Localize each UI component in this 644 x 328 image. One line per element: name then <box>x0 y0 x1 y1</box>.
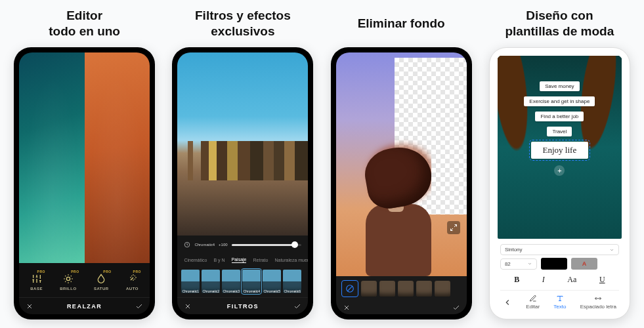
text-style-panel: Sintony 82 A B I Aa U <box>495 241 624 314</box>
droplet-icon <box>96 274 106 284</box>
close-icon[interactable] <box>343 304 351 312</box>
revert-icon[interactable] <box>184 241 190 248</box>
filter-thumb[interactable]: Chromatic3 <box>222 270 240 293</box>
svg-point-0 <box>66 277 70 280</box>
spacing-icon <box>594 295 602 302</box>
font-select[interactable]: Sintony <box>500 244 619 255</box>
promo-card-templates: Diseño con plantillas de moda Save money… <box>486 7 633 328</box>
text-chip[interactable]: Travel <box>547 127 572 136</box>
card-title: Filtros y efectos exclusivos <box>195 7 291 41</box>
tool-auto[interactable]: PRO AUTO <box>126 274 139 291</box>
card-title: Diseño con plantillas de moda <box>505 7 614 41</box>
phone-mockup: PRO BASE PRO BRILLO PRO SATUR <box>14 47 155 319</box>
font-size-select[interactable]: 82 <box>500 258 537 270</box>
italic-button[interactable]: I <box>542 275 545 285</box>
filter-thumb[interactable]: Chromatic5 <box>263 270 281 293</box>
template-canvas[interactable]: Save money Exercise and get in shape Fin… <box>498 56 622 239</box>
cat-retrato[interactable]: Retrato <box>253 258 268 262</box>
back-icon[interactable] <box>503 298 512 307</box>
editor-preview-image <box>19 52 150 263</box>
bottom-tabs: Editar Texto Espaciado letra <box>500 290 619 312</box>
tab-espaciado[interactable]: Espaciado letra <box>580 295 616 310</box>
pencil-icon <box>529 295 537 302</box>
promo-card-filters: Filtros y efectos exclusivos Chromatic4 … <box>169 7 316 328</box>
bg-thumb[interactable] <box>416 281 432 297</box>
intensity-slider[interactable] <box>232 244 302 246</box>
check-icon[interactable] <box>452 304 460 312</box>
subject-silhouette <box>359 132 431 276</box>
bold-button[interactable]: B <box>514 275 519 285</box>
tool-satur[interactable]: PRO SATUR <box>94 274 109 291</box>
card-title: Eliminar fondo <box>358 7 445 41</box>
filter-category-tabs: Cinemático B y N Paisaje Retrato Natural… <box>177 254 308 266</box>
cat-cinematico[interactable]: Cinemático <box>184 258 207 262</box>
sliders-icon <box>32 274 42 284</box>
text-bgcolor-swatch[interactable]: A <box>571 258 597 270</box>
bg-thumb[interactable] <box>435 281 450 297</box>
text-icon <box>556 295 564 302</box>
text-color-swatch[interactable] <box>541 258 567 270</box>
close-icon[interactable] <box>184 302 192 310</box>
expand-icon <box>450 224 458 232</box>
slider-filter-name: Chromatic4 <box>194 243 215 247</box>
toolbar-title: FILTROS <box>227 303 259 310</box>
bgremove-preview-image <box>336 52 467 276</box>
tool-brillo[interactable]: PRO BRILLO <box>60 274 76 291</box>
tab-texto[interactable]: Texto <box>553 295 566 310</box>
tab-editar[interactable]: Editar <box>526 295 540 310</box>
circle-slash-icon <box>345 284 354 293</box>
bg-thumb[interactable] <box>361 281 377 297</box>
text-chip-selected[interactable]: Enjoy life <box>531 142 589 159</box>
add-text-button[interactable]: + <box>554 165 565 176</box>
filter-thumb[interactable]: Chromatic4 <box>242 270 261 293</box>
promo-card-bgremove: Eliminar fondo <box>328 7 475 328</box>
filter-thumb[interactable]: Chromatic1 <box>181 270 200 293</box>
cat-naturaleza[interactable]: Naturaleza muert <box>274 258 308 262</box>
expand-button[interactable] <box>447 221 460 234</box>
text-chip[interactable]: Save money <box>540 81 579 91</box>
tool-base[interactable]: PRO BASE <box>30 274 43 291</box>
close-icon[interactable] <box>26 302 33 310</box>
text-chip[interactable]: Exercise and get in shape <box>524 96 595 106</box>
cat-paisaje[interactable]: Paisaje <box>232 257 247 263</box>
promo-card-editor: Editor todo en uno PRO BASE PRO BRILLO <box>11 7 158 328</box>
text-chip[interactable]: Find a better job <box>535 112 584 121</box>
filter-thumb[interactable]: Chromatic2 <box>202 270 220 293</box>
sun-icon <box>63 274 74 284</box>
phone-mockup <box>331 47 472 319</box>
phone-mockup: Chromatic4 +100 Cinemático B y N Paisaje… <box>172 47 313 319</box>
bg-thumb[interactable] <box>398 281 414 297</box>
cat-byn[interactable]: B y N <box>213 258 225 262</box>
filter-preview-image <box>177 52 308 236</box>
filter-toolbar: Chromatic4 +100 Cinemático B y N Paisaje… <box>177 236 308 314</box>
wand-icon <box>127 274 137 284</box>
slider-value: +100 <box>219 243 228 247</box>
chevron-down-icon <box>609 247 614 253</box>
bg-thumb[interactable] <box>379 281 395 297</box>
filter-thumbnails: Chromatic1 Chromatic2 Chromatic3 Chromat… <box>177 266 308 297</box>
check-icon[interactable] <box>135 302 143 310</box>
text-format-row: B I Aa U <box>500 272 619 287</box>
intensity-slider-row: Chromatic4 +100 <box>177 236 308 254</box>
chevron-down-icon <box>527 261 532 266</box>
no-background-button[interactable] <box>341 280 358 297</box>
toolbar-title: REALZAR <box>67 303 102 310</box>
underline-button[interactable]: U <box>599 275 605 285</box>
editor-toolbar: PRO BASE PRO BRILLO PRO SATUR <box>19 263 150 314</box>
card-title: Editor todo en uno <box>49 7 120 41</box>
filter-thumb[interactable]: Chromatic6 <box>283 270 301 293</box>
phone-mockup: Save money Exercise and get in shape Fin… <box>489 47 630 319</box>
check-icon[interactable] <box>293 302 301 310</box>
bgremove-toolbar <box>336 276 467 314</box>
case-button[interactable]: Aa <box>567 275 576 285</box>
